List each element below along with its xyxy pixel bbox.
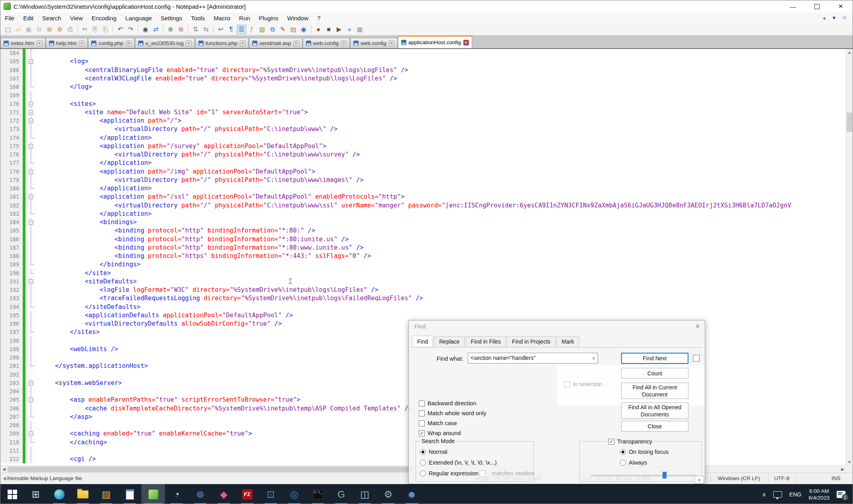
- fold-margin[interactable]: −: [25, 117, 36, 125]
- language-indicator[interactable]: ENG: [786, 484, 805, 504]
- undo-icon[interactable]: ↶: [116, 25, 125, 34]
- file-explorer[interactable]: [71, 484, 94, 504]
- cut-icon[interactable]: ✂: [80, 25, 90, 34]
- menu-item-edit[interactable]: Edit: [19, 13, 38, 23]
- find-dialog-close-icon[interactable]: ✕: [695, 323, 700, 330]
- scroll-down-arrow[interactable]: ▼: [846, 459, 853, 465]
- close-button[interactable]: ✕: [829, 0, 853, 12]
- folder-workspace-icon[interactable]: ▤: [288, 25, 298, 34]
- tab-close-icon[interactable]: ✕: [126, 41, 131, 46]
- tab-applicationHost.config[interactable]: applicationHost.config✕: [398, 35, 472, 48]
- zoom-out-icon[interactable]: ⊖: [176, 25, 186, 34]
- chevron-up-button[interactable]: ∧: [694, 476, 704, 484]
- horizontal-scroll-thumb[interactable]: [8, 467, 414, 472]
- macro-save-icon[interactable]: ▦: [355, 25, 365, 34]
- find-dialog-tab-find-in-projects[interactable]: Find in Projects: [507, 336, 555, 347]
- zoom-in-icon[interactable]: ⊕: [166, 25, 175, 34]
- replace-icon[interactable]: ⇄: [151, 25, 161, 34]
- menu-item-tools[interactable]: Tools: [186, 13, 209, 23]
- tab-close-icon[interactable]: ✕: [389, 41, 394, 46]
- fold-margin[interactable]: −: [25, 430, 36, 438]
- copy-icon[interactable]: ⎘: [90, 25, 100, 34]
- command-prompt[interactable]: C:\_: [306, 484, 329, 504]
- on-losing-focus-radio[interactable]: On losing focus: [620, 449, 669, 455]
- tray-chevron-icon[interactable]: ∧: [759, 484, 770, 504]
- vertical-scroll-thumb[interactable]: [847, 113, 852, 132]
- save-icon[interactable]: ▣: [24, 25, 33, 34]
- fold-margin[interactable]: −: [25, 396, 36, 404]
- search-mode-normal-radio[interactable]: Normal: [420, 449, 447, 455]
- search-mode-regex-radio[interactable]: Regular expression: [420, 470, 478, 477]
- match-case-checkbox[interactable]: Match case: [419, 420, 457, 426]
- two-button-mode-checkbox[interactable]: [693, 355, 700, 361]
- find-dialog-tab-replace[interactable]: Replace: [434, 336, 465, 347]
- start-button[interactable]: [0, 484, 24, 504]
- updater-app[interactable]: G: [329, 484, 353, 504]
- always-radio[interactable]: Always: [620, 459, 647, 466]
- find-what-combobox[interactable]: <section name="handlers" ∨: [468, 353, 598, 363]
- in-selection-checkbox[interactable]: In selection: [564, 381, 602, 387]
- fold-margin[interactable]: −: [25, 168, 36, 176]
- performance-monitor[interactable]: ◫: [353, 484, 376, 504]
- find-dialog-tab-mark[interactable]: Mark: [557, 336, 579, 347]
- close-file-icon[interactable]: ⊖: [45, 25, 54, 34]
- fold-margin[interactable]: −: [25, 100, 36, 108]
- menu-item-window[interactable]: Window: [283, 13, 313, 23]
- find-dialog-tab-find[interactable]: Find: [412, 336, 433, 346]
- search-check-app[interactable]: ◎: [282, 484, 306, 504]
- edge-browser[interactable]: [47, 484, 71, 504]
- restore-button[interactable]: [805, 0, 829, 12]
- print-icon[interactable]: ⎙: [65, 25, 75, 34]
- redo-icon[interactable]: ↷: [126, 25, 135, 34]
- transparency-slider-thumb[interactable]: [663, 472, 667, 479]
- scroll-left-arrow[interactable]: ◀: [0, 466, 8, 473]
- vertical-scrollbar[interactable]: ▲ ▼: [845, 49, 853, 465]
- fold-margin[interactable]: −: [25, 57, 36, 66]
- menu-item-view[interactable]: View: [66, 13, 87, 23]
- menu-item-run[interactable]: Run: [235, 13, 255, 23]
- menu-item-help[interactable]: ?: [313, 13, 325, 23]
- matches-newline-checkbox[interactable]: . matches newline: [480, 470, 535, 477]
- fold-margin[interactable]: −: [25, 142, 36, 150]
- find-dialog-titlebar[interactable]: Find ✕: [409, 320, 705, 332]
- gauge-app[interactable]: ◔: [165, 484, 188, 504]
- document-switcher-icon[interactable]: ⧉: [268, 25, 277, 34]
- close-tab-button[interactable]: ✕: [842, 14, 847, 21]
- paste-icon[interactable]: ⎗: [101, 25, 110, 34]
- users-app[interactable]: ☻: [400, 484, 424, 504]
- count-button[interactable]: Count: [621, 368, 688, 379]
- find-dialog-tab-find-in-files[interactable]: Find in Files: [466, 336, 506, 347]
- tab-sendmail.asp[interactable]: sendmail.asp✕: [249, 38, 302, 48]
- services-gear[interactable]: ⚙: [376, 484, 400, 504]
- diamonds-app[interactable]: ◆: [212, 484, 235, 504]
- menu-item-plugins[interactable]: Plugins: [255, 13, 283, 23]
- macro-play-icon[interactable]: ▶: [334, 25, 344, 34]
- tab-config.php[interactable]: config.php✕: [88, 38, 134, 48]
- network-icon[interactable]: [770, 484, 786, 504]
- menu-item-settings[interactable]: Settings: [156, 13, 186, 23]
- notepad-plus-plus[interactable]: [141, 484, 165, 504]
- monitoring-icon[interactable]: ✎: [278, 25, 288, 34]
- fold-margin[interactable]: −: [25, 379, 36, 387]
- tab-close-icon[interactable]: ✕: [37, 41, 42, 46]
- tab-help.htm[interactable]: help.htm✕: [46, 38, 88, 48]
- macro-record-icon[interactable]: ●: [314, 25, 323, 34]
- close-find-button[interactable]: Close: [621, 421, 688, 432]
- tab-close-icon[interactable]: ✕: [463, 40, 469, 45]
- find-icon[interactable]: ◉: [141, 25, 150, 34]
- tab-close-icon[interactable]: ✕: [240, 41, 245, 46]
- tab-close-icon[interactable]: ✕: [79, 41, 84, 46]
- tab-web.config[interactable]: web.config✕: [350, 38, 398, 48]
- sync-horizontal-icon[interactable]: ⇆: [201, 25, 211, 34]
- word-wrap-icon[interactable]: ↩: [216, 25, 226, 34]
- globe-server-app[interactable]: ⊚: [188, 484, 212, 504]
- tab-close-icon[interactable]: ✕: [186, 41, 192, 46]
- transparency-checkbox[interactable]: ✓ Transparency: [607, 438, 653, 445]
- task-view-button[interactable]: ⊞: [24, 484, 47, 504]
- tab-list-dropdown[interactable]: ▼: [832, 15, 837, 21]
- indent-guide-icon[interactable]: ☰: [237, 25, 246, 34]
- fold-margin[interactable]: −: [25, 193, 36, 201]
- scroll-up-arrow[interactable]: ▲: [846, 49, 853, 56]
- find-all-current-button[interactable]: Find All in Current Document: [621, 383, 688, 399]
- notification-center-icon[interactable]: 1: [833, 484, 853, 504]
